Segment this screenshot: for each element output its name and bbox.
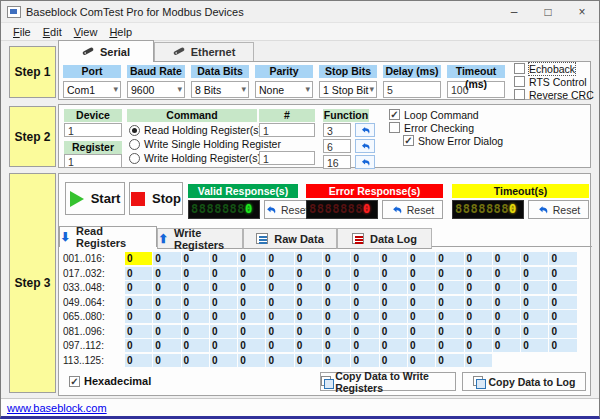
menu-file[interactable]: File — [7, 25, 37, 39]
register-cell[interactable]: 0 — [521, 252, 548, 265]
copy-data-to-log-button[interactable]: Copy Data to Log — [462, 372, 586, 391]
register-cell[interactable]: 0 — [380, 325, 407, 338]
device-input[interactable]: 1 — [64, 123, 122, 137]
register-cell[interactable]: 0 — [380, 281, 407, 294]
register-cell[interactable]: 0 — [436, 354, 463, 367]
write-single-holding-register-radio[interactable]: Write Single Holding Register — [129, 137, 281, 151]
register-cell[interactable]: 0 — [210, 354, 237, 367]
register-cell[interactable]: 0 — [436, 252, 463, 265]
register-cell[interactable]: 0 — [295, 339, 322, 352]
tab-read-registers[interactable]: ⬇ Read Registers — [59, 226, 157, 247]
register-cell[interactable]: 0 — [436, 281, 463, 294]
register-cell[interactable]: 0 — [351, 354, 378, 367]
function-input-2[interactable]: 16 — [323, 155, 351, 169]
register-cell[interactable]: 0 — [380, 339, 407, 352]
register-cell[interactable]: 0 — [549, 252, 576, 265]
minimize-button[interactable]: – — [497, 1, 531, 23]
register-cell[interactable]: 0 — [521, 325, 548, 338]
register-cell[interactable]: 0 — [266, 339, 293, 352]
register-cell[interactable]: 0 — [323, 252, 350, 265]
register-cell[interactable]: 0 — [436, 339, 463, 352]
function-undo-button-0[interactable] — [355, 123, 375, 137]
register-cell[interactable]: 0 — [125, 267, 152, 280]
menu-edit[interactable]: Edit — [37, 25, 68, 39]
register-cell[interactable]: 0 — [323, 354, 350, 367]
data-bits-select[interactable]: 8 Bits▾ — [191, 81, 249, 98]
menu-help[interactable]: Help — [103, 25, 138, 39]
register-cell[interactable]: 0 — [465, 267, 492, 280]
register-cell[interactable]: 0 — [210, 325, 237, 338]
start-button[interactable]: Start — [65, 182, 125, 215]
loop-command-checkbox[interactable]: ✓Loop Command — [389, 108, 503, 121]
close-button[interactable]: × — [565, 1, 599, 23]
register-cell[interactable]: 0 — [266, 296, 293, 309]
register-cell[interactable]: 0 — [153, 325, 180, 338]
register-cell[interactable]: 0 — [323, 296, 350, 309]
function-undo-button-1[interactable] — [355, 139, 375, 153]
register-cell[interactable]: 0 — [238, 354, 265, 367]
register-input[interactable]: 1 — [64, 154, 122, 168]
register-cell[interactable]: 0 — [153, 281, 180, 294]
register-cell[interactable]: 0 — [182, 310, 209, 323]
register-cell[interactable]: 0 — [380, 296, 407, 309]
register-cell[interactable]: 0 — [436, 296, 463, 309]
register-cell[interactable]: 0 — [549, 296, 576, 309]
register-cell[interactable]: 0 — [351, 296, 378, 309]
register-cell[interactable]: 0 — [408, 296, 435, 309]
register-cell[interactable]: 0 — [465, 281, 492, 294]
register-cell[interactable]: 0 — [436, 267, 463, 280]
register-cell[interactable]: 0 — [493, 339, 520, 352]
register-cell[interactable]: 0 — [153, 296, 180, 309]
register-cell[interactable]: 0 — [493, 281, 520, 294]
register-cell[interactable]: 0 — [408, 267, 435, 280]
register-cell[interactable]: 0 — [295, 354, 322, 367]
tab-raw-data[interactable]: Raw Data — [243, 228, 337, 249]
register-cell[interactable]: 0 — [408, 339, 435, 352]
register-cell[interactable]: 0 — [125, 296, 152, 309]
register-cell[interactable]: 0 — [323, 267, 350, 280]
register-cell[interactable]: 0 — [125, 339, 152, 352]
register-cell[interactable]: 0 — [182, 252, 209, 265]
register-cell[interactable]: 0 — [465, 354, 492, 367]
register-cell[interactable]: 0 — [493, 252, 520, 265]
stop-button[interactable]: Stop — [129, 182, 183, 215]
hexadecimal-checkbox[interactable]: ✓ Hexadecimal — [69, 375, 151, 387]
register-cell[interactable]: 0 — [351, 339, 378, 352]
tab-ethernet[interactable]: Ethernet — [154, 42, 254, 61]
register-cell[interactable]: 0 — [465, 325, 492, 338]
function-input-0[interactable]: 3 — [323, 123, 351, 137]
register-cell[interactable]: 0 — [351, 281, 378, 294]
register-cell[interactable]: 0 — [238, 325, 265, 338]
register-cell[interactable]: 0 — [493, 267, 520, 280]
show-error-dialog-checkbox[interactable]: ✓Show Error Dialog — [403, 134, 503, 147]
register-cell[interactable]: 0 — [238, 296, 265, 309]
register-cell[interactable]: 0 — [408, 325, 435, 338]
reverse-crc-checkbox[interactable]: Reverse CRC — [514, 88, 590, 101]
register-cell[interactable]: 0 — [238, 281, 265, 294]
register-cell[interactable]: 0 — [182, 339, 209, 352]
register-cell[interactable]: 0 — [380, 354, 407, 367]
register-cell[interactable]: 0 — [266, 325, 293, 338]
register-cell[interactable]: 0 — [436, 325, 463, 338]
website-link[interactable]: www.baseblock.com — [7, 402, 107, 414]
menu-view[interactable]: View — [68, 25, 104, 39]
register-cell[interactable]: 0 — [295, 325, 322, 338]
register-cell[interactable]: 0 — [323, 310, 350, 323]
register-cell[interactable]: 0 — [153, 339, 180, 352]
register-cell[interactable]: 0 — [210, 339, 237, 352]
register-cell[interactable]: 0 — [182, 325, 209, 338]
delay-ms-input[interactable]: 5 — [383, 81, 441, 98]
register-cell[interactable]: 0 — [493, 296, 520, 309]
port-select[interactable]: Com1▾ — [63, 81, 121, 98]
register-cell[interactable]: 0 — [266, 281, 293, 294]
register-cell[interactable]: 0 — [182, 354, 209, 367]
register-cell[interactable]: 0 — [295, 296, 322, 309]
register-cell[interactable]: 0 — [323, 325, 350, 338]
rts-control-checkbox[interactable]: RTS Control — [514, 75, 590, 88]
register-cell[interactable]: 0 — [295, 281, 322, 294]
register-cell[interactable]: 0 — [380, 310, 407, 323]
register-cell[interactable]: 0 — [295, 252, 322, 265]
register-cell[interactable]: 0 — [266, 310, 293, 323]
function-input-1[interactable]: 6 — [323, 139, 351, 153]
register-cell[interactable]: 0 — [408, 310, 435, 323]
